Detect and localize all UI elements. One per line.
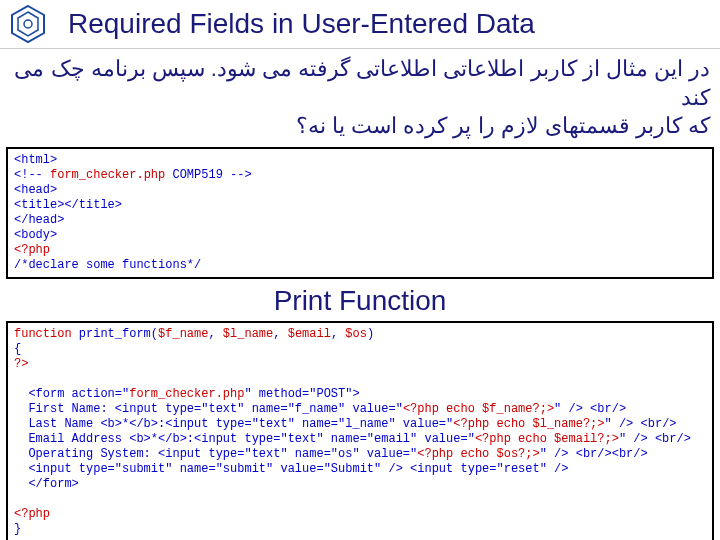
code-line: <form action=" [14, 387, 129, 401]
code-line: $os [345, 327, 367, 341]
arabic-line-2: که کاربر قسمتهای لازم را پر کرده است یا … [10, 112, 710, 141]
code-block-1: <html> <!-- form_checker.php COMP519 -->… [6, 147, 714, 279]
code-line: ) [367, 327, 374, 341]
code-line: COMP519 --> [165, 168, 251, 182]
code-line: , [208, 327, 222, 341]
code-line: First Name: <input type="text" name="f_n… [14, 402, 403, 416]
code-block-2: function print_form($f_name, $l_name, $e… [6, 321, 714, 540]
code-line: Operating System: <input type="text" nam… [14, 447, 417, 461]
code-line: function [14, 327, 72, 341]
logo-icon [8, 4, 48, 44]
code-line: " /> <br/><br/> [540, 447, 648, 461]
code-line: /*declare some functions*/ [14, 258, 201, 272]
code-line: print_form( [72, 327, 158, 341]
header: Required Fields in User-Entered Data [0, 0, 720, 49]
code-line: " /> <br/> [554, 402, 626, 416]
code-line: " method="POST"> [244, 387, 359, 401]
description-text: در این مثال از کاربر اطلاعاتی اطلاعاتی گ… [0, 49, 720, 145]
code-line: " /> <br/> [605, 417, 677, 431]
code-line: <title></title> [14, 198, 122, 212]
code-line: <?php echo $os?;> [417, 447, 539, 461]
code-line: <?php echo $f_name?;> [403, 402, 554, 416]
code-line: Last Name <b>*</b>:<input type="text" na… [14, 417, 453, 431]
code-line: <head> [14, 183, 57, 197]
code-line: <html> [14, 153, 57, 167]
code-line: , [331, 327, 345, 341]
code-line: , [273, 327, 287, 341]
section-title: Print Function [0, 281, 720, 319]
code-line: $f_name [158, 327, 208, 341]
page-title: Required Fields in User-Entered Data [68, 8, 535, 40]
svg-point-2 [24, 20, 32, 28]
code-line: form_checker.php [129, 387, 244, 401]
code-line: } [14, 522, 21, 536]
code-line: $l_name [223, 327, 273, 341]
code-line: <body> [14, 228, 57, 242]
code-line: <?php echo $l_name?;> [453, 417, 604, 431]
code-line: </head> [14, 213, 64, 227]
code-line: form_checker.php [50, 168, 165, 182]
code-line: <input type="submit" name="submit" value… [14, 462, 569, 476]
code-line: </form> [14, 477, 79, 491]
arabic-line-1: در این مثال از کاربر اطلاعاتی اطلاعاتی گ… [10, 55, 710, 112]
code-line: <!-- [14, 168, 50, 182]
code-line: ?> [14, 357, 28, 371]
code-line: <?php [14, 507, 50, 521]
code-line: <?php echo $email?;> [475, 432, 619, 446]
svg-marker-1 [18, 12, 38, 36]
code-line: { [14, 342, 21, 356]
code-line: Email Address <b>*</b>:<input type="text… [14, 432, 475, 446]
code-line: $email [288, 327, 331, 341]
code-line: <?php [14, 243, 50, 257]
code-line: " /> <br/> [619, 432, 691, 446]
